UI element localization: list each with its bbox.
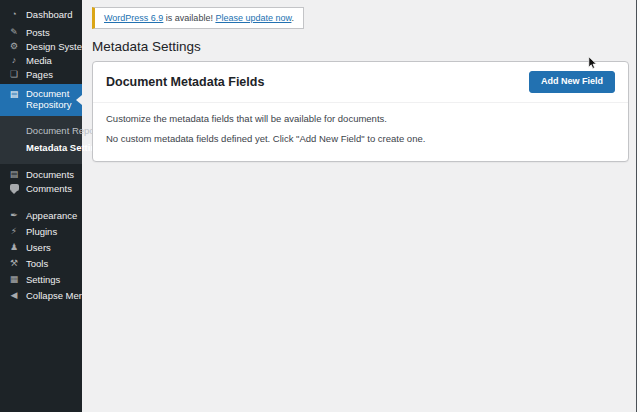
sidebar-item-label: Users — [26, 242, 51, 253]
document-icon: ▤ — [9, 89, 19, 111]
notice-wrapper: WordPress 6.9 is available! Please updat… — [82, 0, 640, 29]
posts-icon: ✎ — [9, 28, 19, 37]
sidebar-item-label: Posts — [26, 27, 50, 38]
update-now-link[interactable]: Please update now — [215, 13, 291, 23]
card-body: Customize the metadata fields that will … — [93, 103, 628, 161]
sidebar-item-pages[interactable]: ❏ Pages — [0, 67, 82, 81]
update-nag-notice: WordPress 6.9 is available! Please updat… — [92, 7, 304, 29]
sidebar-item-label: Media — [26, 55, 52, 66]
sidebar-item-collapse-menu[interactable]: ◀ Collapse Menu — [0, 288, 82, 304]
sidebar-item-label: Pages — [26, 69, 53, 80]
sidebar-item-label: Design System — [26, 41, 90, 52]
sidebar-item-tools[interactable]: ⚒ Tools — [0, 256, 82, 272]
sidebar-item-appearance[interactable]: ✒ Appearance — [0, 208, 82, 224]
sidebar-item-documents[interactable]: ▤ Documents — [0, 168, 82, 182]
users-icon: ♟ — [9, 243, 19, 252]
sidebar-item-posts[interactable]: ✎ Posts — [0, 25, 82, 39]
sidebar-item-label: Collapse Menu — [26, 290, 89, 301]
sidebar-item-design-system[interactable]: ⚙ Design System — [0, 39, 82, 53]
plugins-icon: ⚡ — [9, 227, 19, 236]
document-repository-submenu: Document Repository Metadata Settings — [0, 116, 82, 164]
sidebar-item-label: Documents — [26, 169, 74, 180]
sidebar-item-comments[interactable]: Comments — [0, 182, 82, 196]
sidebar-item-label: Document Repository — [26, 88, 73, 111]
sidebar-item-settings[interactable]: ▦ Settings — [0, 272, 82, 288]
menu-separator — [0, 196, 82, 208]
page-title: Metadata Settings — [92, 39, 640, 54]
sidebar-item-label: Comments — [26, 183, 72, 194]
add-new-field-button[interactable]: Add New Field — [529, 71, 615, 93]
sidebar-item-label: Settings — [26, 274, 60, 285]
sidebar-bottom-group: ✒ Appearance ⚡ Plugins ♟ Users ⚒ Tools ▦… — [0, 208, 82, 304]
sidebar-item-media[interactable]: ♪ Media — [0, 53, 82, 67]
card-title: Document Metadata Fields — [106, 75, 264, 89]
design-system-gear-icon: ⚙ — [9, 42, 19, 51]
notice-suffix: . — [291, 13, 294, 23]
wordpress-admin-screen: ◔ Dashboard ✎ Posts ⚙ Design System ♪ Me… — [0, 0, 640, 412]
sidebar-item-label: Plugins — [26, 226, 57, 237]
sidebar-item-document-repository-current[interactable]: ▤ Document Repository — [0, 84, 82, 116]
sidebar-item-plugins[interactable]: ⚡ Plugins — [0, 224, 82, 240]
admin-sidebar: ◔ Dashboard ✎ Posts ⚙ Design System ♪ Me… — [0, 0, 82, 412]
media-icon: ♪ — [9, 56, 19, 65]
wordpress-version-link[interactable]: WordPress 6.9 — [104, 13, 163, 23]
sidebar-item-label: Appearance — [26, 210, 77, 221]
main-content: WordPress 6.9 is available! Please updat… — [82, 0, 640, 412]
pages-icon: ❏ — [9, 70, 19, 79]
settings-icon: ▦ — [9, 275, 19, 284]
metadata-fields-card: Document Metadata Fields Add New Field C… — [92, 61, 629, 162]
empty-state-message: No custom metadata fields defined yet. C… — [106, 133, 615, 144]
collapse-menu-icon: ◀ — [9, 291, 19, 300]
appearance-icon: ✒ — [9, 211, 19, 220]
submenu-item-document-repository[interactable]: Document Repository — [0, 122, 82, 139]
sidebar-item-label: Dashboard — [26, 9, 72, 20]
sidebar-item-users[interactable]: ♟ Users — [0, 240, 82, 256]
submenu-item-metadata-settings[interactable]: Metadata Settings — [0, 139, 82, 156]
card-header: Document Metadata Fields Add New Field — [93, 62, 628, 103]
card-description: Customize the metadata fields that will … — [106, 113, 615, 124]
sidebar-item-label: Tools — [26, 258, 48, 269]
dashboard-icon: ◔ — [9, 10, 19, 19]
sidebar-item-dashboard[interactable]: ◔ Dashboard — [0, 7, 82, 21]
comments-icon — [9, 184, 19, 193]
notice-text: is available! — [163, 13, 215, 23]
documents-icon: ▤ — [9, 170, 19, 179]
tools-icon: ⚒ — [9, 259, 19, 268]
